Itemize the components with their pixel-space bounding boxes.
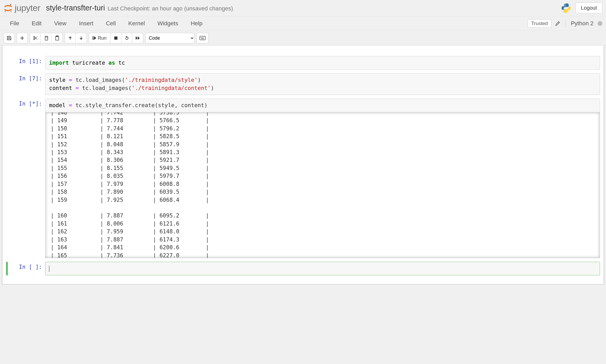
menu-edit[interactable]: Edit: [25, 16, 48, 31]
menu-cell[interactable]: Cell: [100, 16, 122, 31]
plus-icon: [20, 36, 25, 40]
copy-icon: [44, 35, 49, 41]
menu-insert[interactable]: Insert: [73, 16, 100, 31]
kernel-status-indicator: [598, 21, 602, 26]
run-label: Run: [98, 35, 106, 41]
command-palette-button[interactable]: [197, 33, 209, 43]
code-cell[interactable]: In [7]:style = tc.load_images('./trainin…: [6, 73, 600, 95]
insert-cell-button[interactable]: [17, 33, 28, 43]
restart-run-all-button[interactable]: [132, 33, 143, 43]
pencil-icon: [555, 21, 561, 26]
code-cell[interactable]: In [1]:import turicreate as tc: [6, 56, 600, 70]
code-input[interactable]: model = tc.style_transfer.create(style, …: [45, 99, 600, 112]
menu-kernel[interactable]: Kernel: [122, 16, 151, 31]
checkpoint-status: Last Checkpoint: an hour ago (unsaved ch…: [108, 5, 233, 12]
stop-icon: [114, 36, 118, 40]
menu-help[interactable]: Help: [185, 16, 209, 31]
fast-forward-icon: [135, 36, 140, 40]
menu-widgets[interactable]: Widgets: [151, 16, 184, 31]
svg-point-2: [10, 11, 11, 12]
interrupt-button[interactable]: [110, 33, 121, 43]
cell-prompt: In [*]:: [6, 99, 45, 258]
menu-file[interactable]: File: [4, 16, 25, 31]
code-input[interactable]: style = tc.load_images('./trainingdata/s…: [45, 73, 600, 95]
kernel-name[interactable]: Python 2: [569, 20, 596, 27]
code-cell[interactable]: In [ ]:: [6, 262, 600, 275]
code-cell[interactable]: In [*]:model = tc.style_transfer.create(…: [6, 99, 600, 258]
run-icon: [93, 36, 96, 40]
jupyter-logo[interactable]: jupyter: [4, 3, 40, 13]
move-down-button[interactable]: [76, 33, 87, 43]
cell-prompt: In [7]:: [6, 73, 45, 95]
svg-rect-7: [45, 37, 48, 40]
trusted-indicator[interactable]: Trusted: [528, 19, 551, 28]
svg-rect-10: [93, 36, 93, 40]
run-button[interactable]: Run: [89, 33, 110, 43]
logout-button[interactable]: Logout: [575, 3, 602, 13]
svg-point-1: [5, 11, 6, 12]
arrow-up-icon: [68, 36, 73, 40]
svg-rect-11: [114, 37, 117, 40]
svg-point-0: [10, 4, 11, 5]
edit-metadata-button[interactable]: [553, 19, 562, 28]
save-icon: [7, 35, 12, 41]
code-input[interactable]: [45, 262, 600, 275]
cell-prompt: In [ ]:: [9, 262, 45, 275]
move-up-button[interactable]: [65, 33, 76, 43]
restart-button[interactable]: [121, 33, 132, 43]
save-button[interactable]: [4, 33, 15, 43]
notebook-container: In [1]:import turicreate as tcIn [7]:sty…: [2, 46, 604, 284]
menubar: FileEditViewInsertCellKernelWidgetsHelp …: [0, 16, 606, 31]
kernel-separator: [565, 20, 566, 27]
notebook-title[interactable]: style-transfter-turi: [46, 4, 105, 12]
keyboard-icon: [199, 36, 206, 40]
cell-prompt: In [1]:: [6, 56, 45, 70]
toolbar: Run CodeMarkdownRaw NBConvertHeading: [0, 31, 606, 46]
copy-button[interactable]: [41, 33, 52, 43]
menu-view[interactable]: View: [48, 16, 73, 31]
svg-point-4: [567, 11, 568, 11]
scissors-icon: [33, 35, 38, 41]
python-logo-icon: [561, 3, 571, 13]
arrow-down-icon: [79, 36, 84, 40]
jupyter-logo-icon: [4, 4, 13, 13]
restart-icon: [124, 36, 129, 40]
cell-output[interactable]: | 148 | 7.742 | 5738.5 | | 149 | 7.778 |…: [45, 112, 600, 258]
clipboard-icon: [55, 35, 60, 41]
cut-button[interactable]: [30, 33, 41, 43]
code-input[interactable]: import turicreate as tc: [45, 56, 600, 70]
jupyter-logo-text: jupyter: [15, 3, 40, 13]
paste-button[interactable]: [52, 33, 63, 43]
notebook-header: jupyter style-transfter-turi Last Checkp…: [0, 0, 606, 16]
celltype-select[interactable]: CodeMarkdownRaw NBConvertHeading: [145, 33, 194, 43]
svg-point-3: [565, 4, 565, 5]
